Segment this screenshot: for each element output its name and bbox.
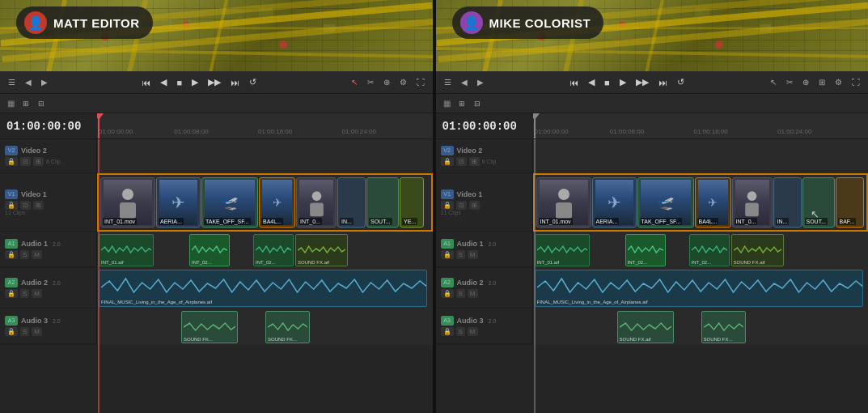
right-v1-clip-7[interactable]: BAF...	[836, 177, 864, 228]
right-ruler[interactable]: 01:00:00:00 01:00:08:00 01:00:16:00 01:0…	[533, 113, 869, 138]
left-a3-clip-1[interactable]: SOUND FK...	[265, 311, 310, 343]
right-a1-clip-3-name: SOUND FX.aif	[734, 260, 765, 265]
left-v1-linked[interactable]: ⊞	[33, 201, 44, 210]
left-play[interactable]: ▶	[188, 75, 202, 89]
left-tool2-a[interactable]: ⊞	[19, 98, 32, 109]
right-a1-clip-1[interactable]: INT_02...	[625, 234, 666, 266]
left-tool2-b[interactable]: ⊟	[35, 98, 48, 109]
left-fullscreen[interactable]: ⛶	[413, 76, 428, 88]
left-ruler[interactable]: 01:00:00:00 01:00:08:00 01:00:16:00 01:0…	[97, 113, 433, 138]
right-a1-solo[interactable]: S	[456, 250, 465, 259]
right-a1-lock[interactable]: 🔒	[441, 250, 454, 259]
right-a1-mute[interactable]: M	[468, 250, 478, 259]
left-settings[interactable]: ⚙	[396, 76, 410, 88]
left-step-back[interactable]: ◀	[156, 75, 171, 89]
left-v1-clip-2[interactable]: 🛫 TAKE_OFF_SF...	[201, 177, 258, 228]
left-stop[interactable]: ■	[172, 76, 186, 89]
left-v1-clip-3[interactable]: ✈ BA4L...	[259, 177, 295, 228]
right-stop[interactable]: ■	[600, 76, 614, 89]
right-tool-b[interactable]: ✂	[783, 76, 796, 88]
right-v1-clip-1[interactable]: ✈ AERIA...	[592, 177, 637, 228]
left-a3-solo[interactable]: S	[20, 327, 29, 336]
right-a2-lock[interactable]: 🔒	[441, 289, 454, 298]
left-v1-vis[interactable]: ⊡	[20, 201, 31, 210]
right-tool-e[interactable]: ⚙	[832, 76, 845, 88]
left-a3-mute[interactable]: M	[32, 327, 42, 336]
left-nav-fwd[interactable]: ▶	[38, 76, 51, 88]
left-a1-solo[interactable]: S	[20, 250, 29, 259]
left-loop[interactable]: ↺	[245, 75, 260, 89]
left-v1-clip-7[interactable]: YE...	[400, 177, 424, 228]
right-a3-lock[interactable]: 🔒	[441, 327, 454, 336]
left-zoom-in[interactable]: ⊕	[380, 76, 393, 88]
right-v2-vis[interactable]: ⊡	[456, 157, 467, 166]
right-a2-mute[interactable]: M	[468, 289, 478, 298]
right-step-back[interactable]: ◀	[584, 75, 599, 89]
right-v1-linked[interactable]: ⊞	[469, 201, 480, 210]
right-play[interactable]: ▶	[616, 75, 630, 89]
left-v2-lock[interactable]: 🔒	[5, 157, 18, 166]
right-tool2-b[interactable]: ⊟	[471, 98, 484, 109]
left-v2-track: V2 Video 2 🔒 ⊡ ⊞ 8 Clip	[0, 139, 433, 173]
right-a2-solo[interactable]: S	[456, 289, 465, 298]
right-nav-fwd[interactable]: ▶	[474, 76, 487, 88]
right-v1-lock[interactable]: 🔒	[441, 201, 454, 210]
left-nav-back[interactable]: ◀	[22, 76, 35, 88]
left-go-start[interactable]: ⏮	[138, 76, 155, 89]
right-go-end[interactable]: ⏭	[654, 76, 671, 89]
left-a1-mute[interactable]: M	[32, 250, 42, 259]
right-step-fwd[interactable]: ▶▶	[632, 75, 653, 89]
left-cursor-tool[interactable]: ↖	[348, 76, 361, 88]
right-v1-clip-3[interactable]: ✈ BA4L...	[695, 177, 731, 228]
right-a3-clip-0[interactable]: SOUND FX.aif	[617, 311, 674, 343]
left-a1-clip-0[interactable]: INT_01.aif	[99, 234, 154, 266]
right-v2-linked[interactable]: ⊞	[469, 157, 480, 166]
right-a2-clip-music[interactable]: FINAL_MUSIC_Living_in_the_Age_of_Airplan…	[535, 270, 863, 307]
right-timeline-menu[interactable]: ☰	[441, 76, 455, 88]
left-v1-clip-1[interactable]: ✈ AERIA...	[156, 177, 201, 228]
right-v1-clip-6[interactable]: SOUT...	[802, 177, 835, 228]
left-a2-mute[interactable]: M	[32, 289, 42, 298]
left-razor-tool[interactable]: ✂	[364, 76, 377, 88]
left-a3-lock[interactable]: 🔒	[5, 327, 18, 336]
right-a3-mute[interactable]: M	[468, 327, 478, 336]
right-a3-solo[interactable]: S	[456, 327, 465, 336]
left-v1-clip-5[interactable]: IN...	[337, 177, 366, 228]
left-a2-clip-music[interactable]: FINAL_MUSIC_Living_in_the_Age_of_Airplan…	[99, 270, 427, 307]
right-v2-lock[interactable]: 🔒	[441, 157, 454, 166]
right-a3-clip-1[interactable]: SOUND FX...	[701, 311, 746, 343]
right-v1-clip-4[interactable]: INT_0...	[732, 177, 773, 228]
right-loop[interactable]: ↺	[673, 75, 688, 89]
left-a3-clip-0[interactable]: SOUND FK...	[181, 311, 238, 343]
left-v2-linked[interactable]: ⊞	[33, 157, 44, 166]
right-v1-vis[interactable]: ⊡	[456, 201, 467, 210]
left-v2-vis[interactable]: ⊡	[20, 157, 31, 166]
right-settings[interactable]: ⛶	[849, 76, 863, 88]
right-tool-c[interactable]: ⊕	[799, 76, 812, 88]
left-a1-clip-3[interactable]: SOUND FX.aif	[295, 234, 348, 266]
svg-rect-33	[745, 202, 759, 216]
left-step-fwd[interactable]: ▶▶	[204, 75, 225, 89]
left-a2-solo[interactable]: S	[20, 289, 29, 298]
right-v1-clip-2[interactable]: 🛫 TAK_OFF_SF...	[637, 177, 694, 228]
right-v1-clip-5[interactable]: IN...	[773, 177, 802, 228]
right-tool-a[interactable]: ↖	[767, 76, 780, 88]
left-a2-lock[interactable]: 🔒	[5, 289, 18, 298]
right-nav-back[interactable]: ◀	[458, 76, 471, 88]
left-a1-clip-2[interactable]: INT_02...	[253, 234, 294, 266]
left-v1-clip-0[interactable]: INT_01.mov	[100, 177, 155, 228]
left-v1-lock[interactable]: 🔒	[5, 201, 18, 210]
left-go-end[interactable]: ⏭	[227, 76, 243, 89]
left-a1-lock[interactable]: 🔒	[5, 250, 18, 259]
left-a1-clip-1[interactable]: INT_02...	[189, 234, 230, 266]
right-a1-clip-2[interactable]: INT_02...	[689, 234, 730, 266]
left-timeline-menu[interactable]: ☰	[5, 76, 19, 88]
right-tool2-a[interactable]: ⊞	[455, 98, 468, 109]
right-tool-d[interactable]: ⊞	[815, 76, 828, 88]
right-go-start[interactable]: ⏮	[565, 76, 582, 89]
right-a1-clip-3[interactable]: SOUND FX.aif	[731, 234, 784, 266]
right-a1-clip-0[interactable]: INT_01.aif	[535, 234, 590, 266]
left-v1-clip-4[interactable]: INT_0...	[296, 177, 337, 228]
left-v1-clip-6[interactable]: SOUT...	[366, 177, 399, 228]
right-v1-clip-0[interactable]: INT_01.mov	[536, 177, 591, 228]
